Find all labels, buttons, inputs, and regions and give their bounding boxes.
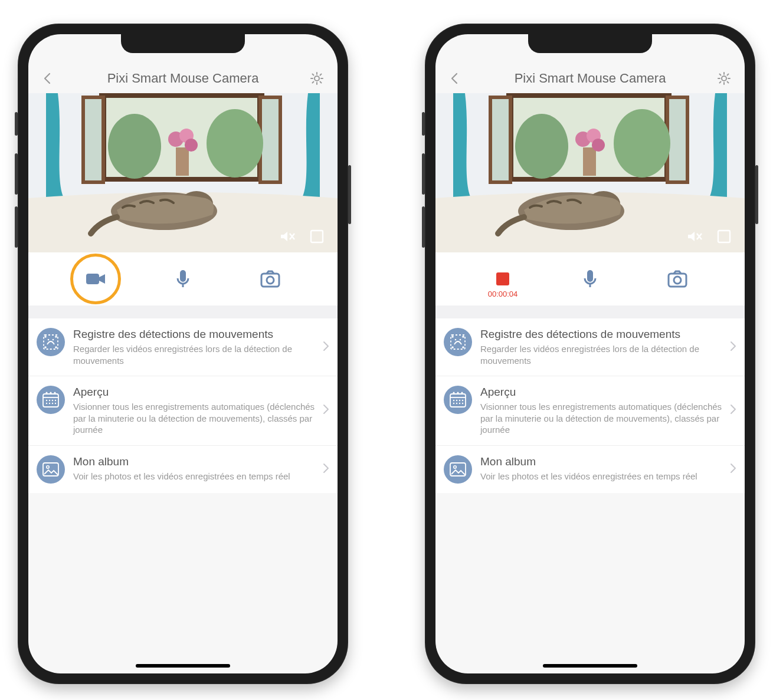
mute-button[interactable] — [686, 228, 703, 245]
menu-title: Aperçu — [480, 386, 723, 399]
calendar-icon — [444, 386, 472, 414]
calendar-icon — [37, 386, 65, 414]
chevron-right-icon — [728, 403, 738, 418]
back-button[interactable] — [41, 72, 54, 85]
snapshot-button[interactable] — [663, 265, 692, 293]
menu-title: Mon album — [480, 455, 723, 468]
motion-detection-icon — [444, 328, 472, 356]
menu-item-motion-log[interactable]: Registre des détections de mouvements Re… — [28, 318, 338, 376]
back-button[interactable] — [448, 72, 461, 85]
camera-feed[interactable] — [28, 93, 338, 252]
phone-left: Pixi Smart Mouse Camera — [18, 24, 348, 684]
motion-detection-icon — [37, 328, 65, 356]
menu-subtitle: Regarder les vidéos enregistrées lors de… — [73, 343, 316, 366]
fullscreen-button[interactable] — [715, 228, 733, 245]
action-bar — [28, 252, 338, 305]
recording-timer: 00:00:04 — [488, 290, 518, 298]
menu-subtitle: Visionner tous les enregistrements autom… — [480, 401, 723, 436]
navbar: Pixi Smart Mouse Camera — [28, 64, 338, 93]
menu-subtitle: Visionner tous les enregistrements autom… — [73, 401, 316, 436]
record-video-button[interactable]: 00:00:04 — [489, 265, 517, 293]
snapshot-button[interactable] — [256, 265, 284, 293]
chevron-right-icon — [728, 340, 738, 354]
album-icon — [37, 455, 65, 484]
menu-item-album[interactable]: Mon album Voir les photos et les vidéos … — [435, 446, 745, 493]
menu-subtitle: Voir les photos et les vidéos enregistré… — [73, 471, 316, 482]
chevron-right-icon — [321, 340, 330, 354]
device-notch — [121, 34, 245, 53]
talk-button[interactable] — [576, 265, 604, 293]
record-video-button[interactable] — [81, 265, 110, 293]
page-title: Pixi Smart Mouse Camera — [107, 71, 259, 86]
settings-button[interactable] — [716, 71, 732, 86]
menu-title: Registre des détections de mouvements — [73, 328, 316, 341]
chevron-right-icon — [321, 462, 330, 476]
menu-list: Registre des détections de mouvements Re… — [28, 318, 338, 493]
home-indicator[interactable] — [543, 664, 637, 668]
navbar: Pixi Smart Mouse Camera — [435, 64, 745, 93]
fullscreen-button[interactable] — [308, 228, 326, 245]
menu-item-overview[interactable]: Aperçu Visionner tous les enregistrement… — [435, 376, 745, 446]
home-indicator[interactable] — [136, 664, 230, 668]
menu-subtitle: Regarder les vidéos enregistrées lors de… — [480, 343, 723, 366]
action-bar: 00:00:04 — [435, 252, 745, 305]
menu-title: Registre des détections de mouvements — [480, 328, 723, 341]
menu-title: Aperçu — [73, 386, 316, 399]
settings-button[interactable] — [309, 71, 325, 86]
page-title: Pixi Smart Mouse Camera — [515, 71, 666, 86]
menu-item-motion-log[interactable]: Registre des détections de mouvements Re… — [435, 318, 745, 376]
album-icon — [444, 455, 472, 484]
menu-title: Mon album — [73, 455, 316, 468]
menu-subtitle: Voir les photos et les vidéos enregistré… — [480, 471, 723, 482]
device-notch — [528, 34, 652, 53]
menu-item-overview[interactable]: Aperçu Visionner tous les enregistrement… — [28, 376, 338, 446]
talk-button[interactable] — [169, 265, 197, 293]
menu-item-album[interactable]: Mon album Voir les photos et les vidéos … — [28, 446, 338, 493]
phone-right: Pixi Smart Mouse Camera 00:00:04 — [425, 24, 755, 684]
chevron-right-icon — [728, 462, 738, 476]
stop-recording-icon — [496, 272, 509, 285]
chevron-right-icon — [321, 403, 330, 418]
mute-button[interactable] — [279, 228, 296, 245]
menu-list: Registre des détections de mouvements Re… — [435, 318, 745, 493]
camera-feed[interactable] — [435, 93, 745, 252]
